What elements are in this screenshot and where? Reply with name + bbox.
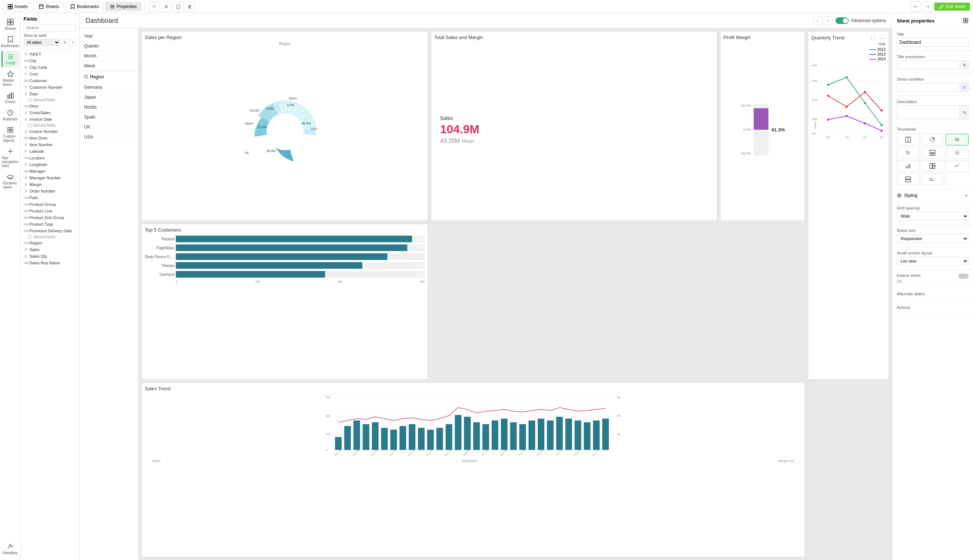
thumb-pie[interactable] bbox=[921, 133, 944, 145]
field-latitude[interactable]: #Latitude bbox=[21, 148, 79, 155]
field-item-number[interactable]: #Item Number bbox=[21, 142, 79, 148]
field-product-sub-group[interactable]: AbcProduct Sub Group bbox=[21, 214, 79, 221]
undo-btn[interactable]: ↩ bbox=[911, 2, 921, 12]
paste-btn[interactable]: 📋 bbox=[173, 2, 183, 12]
filter-month[interactable]: Month bbox=[80, 51, 138, 61]
field-sales-rep-name[interactable]: AbcSales Rep Name bbox=[21, 260, 79, 266]
field-sales[interactable]: #Sales bbox=[21, 246, 79, 253]
redo-btn[interactable]: ↪ bbox=[923, 2, 933, 12]
field-manager[interactable]: AbcManager bbox=[21, 168, 79, 175]
grid-spacing-select[interactable]: Wide Medium Narrow bbox=[897, 212, 969, 220]
field-region[interactable]: AbcRegion bbox=[21, 240, 79, 246]
filter-japan[interactable]: Japan bbox=[80, 92, 138, 102]
field-sales-qty[interactable]: #Sales Qty bbox=[21, 253, 79, 260]
field-product-line[interactable]: AbcProduct Line bbox=[21, 208, 79, 214]
sales-trend-title: Sales Trend bbox=[145, 386, 802, 392]
field-cost[interactable]: #Cost bbox=[21, 71, 79, 77]
sidebar-item-bookmarks[interactable]: Bookmarks bbox=[2, 33, 19, 50]
table-select[interactable]: All tables bbox=[23, 39, 60, 46]
thumb-layout3[interactable] bbox=[921, 160, 944, 172]
sidebar-item-analyses[interactable]: Analyses bbox=[2, 107, 19, 123]
extend-sheet-toggle[interactable] bbox=[958, 273, 969, 279]
field-path[interactable]: AbcPath bbox=[21, 194, 79, 201]
tab-bookmarks[interactable]: Bookmarks bbox=[65, 2, 104, 11]
sidebar-item-fields[interactable]: Fields bbox=[2, 51, 19, 67]
thumb-layout2[interactable] bbox=[921, 147, 944, 159]
filter-uk[interactable]: UK bbox=[80, 122, 138, 132]
thumb-number[interactable]: #1 bbox=[946, 133, 969, 145]
field-promised-delivery[interactable]: AbcPromised Delivery Date bbox=[21, 228, 79, 234]
styling-header[interactable]: Styling bbox=[892, 189, 973, 202]
show-condition-fx-btn[interactable]: fx bbox=[960, 83, 969, 92]
nav-next-btn[interactable]: › bbox=[824, 16, 833, 25]
table-refresh-btn[interactable]: ↻ bbox=[62, 39, 68, 46]
thumb-refresh[interactable]: ↻ bbox=[897, 147, 920, 159]
field-invoice-number[interactable]: #Invoice Number bbox=[21, 128, 79, 135]
sidebar-item-sheets[interactable]: Sheets bbox=[2, 16, 19, 33]
advanced-options-toggle[interactable] bbox=[836, 17, 849, 24]
description-input[interactable] bbox=[897, 105, 960, 119]
thumb-target[interactable] bbox=[946, 147, 969, 159]
thumb-layout4[interactable] bbox=[897, 173, 920, 185]
delete-btn[interactable]: 🗑 bbox=[185, 2, 195, 12]
filter-usa[interactable]: USA bbox=[80, 132, 138, 142]
more-btn[interactable]: ⋯ bbox=[878, 35, 886, 42]
copy-btn[interactable]: ⧉ bbox=[161, 2, 171, 12]
field-city-code[interactable]: #City Code bbox=[21, 64, 79, 71]
field-customer[interactable]: AbcCustomer bbox=[21, 77, 79, 84]
svg-rect-1 bbox=[11, 4, 13, 6]
thumb-line[interactable] bbox=[946, 160, 969, 172]
field-manager-number[interactable]: #Manager Number bbox=[21, 175, 79, 181]
field-location[interactable]: AbcLocation bbox=[21, 155, 79, 161]
filter-spain[interactable]: Spain bbox=[80, 112, 138, 122]
svg-rect-28 bbox=[28, 236, 31, 238]
filter-nordic[interactable]: Nordic bbox=[80, 102, 138, 112]
field-date[interactable]: #Date bbox=[21, 90, 79, 97]
edit-sheet-button[interactable]: Edit sheet bbox=[934, 3, 970, 11]
svg-point-136 bbox=[957, 152, 958, 153]
sidebar-item-master-items[interactable]: Master items bbox=[2, 68, 19, 89]
svg-rect-9 bbox=[7, 19, 10, 22]
tab-sheets[interactable]: Sheets bbox=[34, 2, 64, 11]
field-margin[interactable]: #Margin bbox=[21, 181, 79, 188]
sidebar-item-charts[interactable]: Charts bbox=[2, 90, 19, 106]
filter-germany[interactable]: Germany bbox=[80, 82, 138, 92]
title-input[interactable] bbox=[897, 38, 969, 47]
thumb-layout[interactable] bbox=[897, 133, 920, 145]
field-product-type[interactable]: AbcProduct Type bbox=[21, 221, 79, 228]
field-invoice-date[interactable]: #Invoice Date bbox=[21, 116, 79, 123]
sidebar-item-app-nav[interactable]: App navigation links bbox=[2, 145, 19, 170]
nav-prev-btn[interactable]: ‹ bbox=[813, 16, 822, 25]
field-city[interactable]: AbcCity bbox=[21, 57, 79, 64]
field-grosssales[interactable]: #GrossSales bbox=[21, 109, 79, 116]
small-screen-select[interactable]: List view Grid view bbox=[897, 257, 969, 265]
tab-properties[interactable]: Properties bbox=[105, 2, 142, 11]
field-product-group[interactable]: AbcProduct Group bbox=[21, 201, 79, 208]
title-expression-input[interactable] bbox=[897, 60, 960, 69]
field-desc[interactable]: AbcDesc bbox=[21, 103, 79, 109]
field-key[interactable]: #%KEY bbox=[21, 51, 79, 57]
filter-week[interactable]: Week bbox=[80, 61, 138, 71]
sheet-size-select[interactable]: Responsive Fixed bbox=[897, 234, 969, 243]
field-customer-number[interactable]: #Customer Number bbox=[21, 84, 79, 90]
description-fx-btn[interactable]: fx bbox=[960, 105, 969, 119]
table-add-btn[interactable]: + bbox=[70, 39, 76, 46]
filter-quarter[interactable]: Quarter bbox=[80, 41, 138, 51]
show-condition-input[interactable] bbox=[897, 83, 960, 92]
field-longitude[interactable]: #Longitude bbox=[21, 161, 79, 168]
title-expression-fx-btn[interactable]: fx bbox=[960, 60, 969, 69]
thumb-bar2[interactable] bbox=[921, 173, 944, 185]
cut-btn[interactable]: ✂ bbox=[149, 2, 160, 12]
thumb-bar[interactable] bbox=[897, 160, 920, 172]
sidebar-item-dynamic-views[interactable]: Dynamic views bbox=[2, 171, 19, 192]
filter-year[interactable]: Year bbox=[80, 31, 138, 41]
field-item-desc[interactable]: AbcItem Desc bbox=[21, 135, 79, 142]
sidebar-item-variables[interactable]: Variables bbox=[2, 540, 19, 557]
fields-search-input[interactable] bbox=[23, 24, 76, 31]
quarterly-legend: Year 2012 2013 2014 bbox=[811, 42, 886, 61]
svg-rect-93 bbox=[464, 417, 471, 450]
expand-btn[interactable]: ⛶ bbox=[869, 35, 877, 42]
tab-assets[interactable]: Assets bbox=[3, 2, 32, 11]
sidebar-item-custom-objects[interactable]: Custom objects bbox=[2, 124, 19, 145]
field-order-number[interactable]: #Order Number bbox=[21, 188, 79, 194]
